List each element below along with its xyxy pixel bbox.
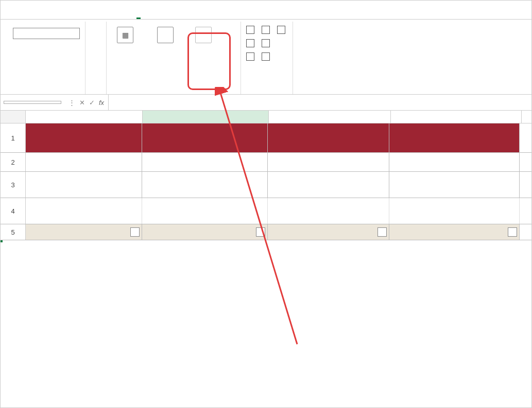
remove-duplicates-button[interactable]	[91, 37, 101, 46]
check-icon	[277, 26, 285, 34]
summary-hdr-B[interactable]	[142, 123, 268, 152]
blank-cell[interactable]	[26, 198, 142, 224]
worksheet[interactable]: 1 2 3 4 5	[1, 111, 531, 240]
convert-to-range-button[interactable]	[91, 49, 101, 59]
table-row: 3	[1, 172, 531, 198]
opt-banded-rows[interactable]	[246, 51, 256, 62]
summary-val-C[interactable]	[268, 153, 389, 171]
formula-A[interactable]	[26, 172, 142, 198]
resize-icon	[13, 43, 21, 51]
cancel-icon[interactable]: ✕	[79, 99, 85, 107]
opt-banded-cols[interactable]	[262, 51, 272, 62]
dedupe-icon	[91, 38, 99, 46]
tab-view[interactable]	[110, 12, 114, 19]
pivot-icon	[91, 25, 99, 33]
row-header[interactable]: 5	[1, 224, 26, 240]
tab-formulas[interactable]	[70, 12, 74, 19]
tab-tabledesign[interactable]	[136, 10, 141, 19]
table-row: 1	[1, 123, 531, 153]
ribbon-tabs	[1, 1, 531, 20]
tab-pagelayout[interactable]	[56, 12, 60, 19]
summarize-pivot-button[interactable]	[91, 25, 101, 34]
table-name-input[interactable]	[13, 28, 80, 39]
col-header-D[interactable]	[391, 111, 522, 123]
summary-val-A[interactable]	[26, 153, 142, 171]
formula-C[interactable]	[268, 172, 389, 198]
tab-data[interactable]	[83, 12, 87, 19]
group-tools	[85, 22, 107, 94]
check-icon	[246, 52, 254, 61]
fx-controls: ⋮ ✕ ✓ fx	[64, 95, 109, 110]
name-box[interactable]	[4, 101, 61, 104]
checkbox-empty	[262, 26, 270, 34]
opt-total-row[interactable]	[246, 38, 256, 48]
tab-home[interactable]	[29, 12, 33, 19]
group-external	[144, 22, 241, 94]
table-row: 4	[1, 198, 531, 224]
formula-D[interactable]	[389, 172, 520, 198]
filter-icon[interactable]	[377, 227, 387, 237]
opt-header-row[interactable]	[246, 25, 256, 35]
filter-icon[interactable]	[508, 227, 517, 237]
summary-hdr-A[interactable]	[26, 123, 142, 152]
table-row: 2	[1, 153, 531, 172]
refresh-icon	[195, 27, 212, 43]
tab-insert[interactable]	[43, 12, 47, 19]
opt-first-col[interactable]	[262, 25, 272, 35]
insert-slicer-button[interactable]: ▦	[109, 25, 142, 45]
tab-review[interactable]	[96, 12, 100, 19]
column-headers	[1, 111, 531, 123]
filter-icon[interactable]	[130, 227, 140, 237]
col-hdr-date[interactable]	[26, 224, 142, 240]
col-hdr-price[interactable]	[389, 224, 520, 240]
group-label-styleopts	[246, 90, 287, 93]
open-browser-button	[225, 37, 235, 46]
select-all-corner[interactable]	[1, 111, 26, 123]
tab-file[interactable]	[16, 12, 20, 19]
export-icon	[157, 27, 174, 43]
summary-val-B[interactable]	[142, 153, 268, 171]
blank-cell[interactable]	[268, 198, 389, 224]
blank-cell[interactable]	[389, 198, 520, 224]
formula-B[interactable]	[142, 172, 268, 198]
summary-hdr-C[interactable]	[268, 123, 389, 152]
group-label-tools	[91, 90, 101, 93]
row-header[interactable]: 4	[1, 198, 26, 224]
col-header-A[interactable]	[26, 111, 143, 123]
checkbox-empty	[262, 52, 270, 61]
row-header[interactable]: 2	[1, 153, 26, 171]
properties-icon	[225, 25, 233, 33]
refresh-button[interactable]	[187, 25, 220, 45]
torange-icon	[91, 50, 99, 58]
group-properties	[8, 22, 85, 94]
row-header[interactable]: 3	[1, 172, 26, 198]
tab-developer[interactable]	[123, 12, 127, 19]
blank1	[109, 83, 142, 93]
checkbox-empty	[262, 39, 270, 47]
row-header[interactable]: 1	[1, 123, 26, 152]
group-style-options	[241, 22, 293, 94]
export-button[interactable]	[149, 25, 182, 45]
col-header-C[interactable]	[269, 111, 391, 123]
blank-cell[interactable]	[142, 198, 268, 224]
browser-icon	[225, 38, 233, 46]
check-icon	[246, 26, 254, 34]
resize-table-button[interactable]	[13, 42, 80, 51]
group-slicer: ▦	[107, 22, 144, 94]
col-hdr-spec[interactable]	[268, 224, 389, 240]
table-row: 5	[1, 224, 531, 240]
confirm-icon[interactable]: ✓	[89, 99, 95, 107]
formula-bar: ⋮ ✕ ✓ fx	[1, 95, 531, 111]
filter-icon[interactable]	[256, 227, 265, 237]
col-header-B[interactable]	[143, 111, 269, 123]
summary-val-D[interactable]	[389, 153, 520, 171]
group-label-properties	[13, 90, 80, 93]
summary-hdr-D[interactable]	[389, 123, 520, 152]
opt-last-col[interactable]	[262, 38, 272, 48]
slicer-icon: ▦	[117, 27, 133, 43]
ribbon: ▦	[1, 20, 531, 95]
col-hdr-product[interactable]	[142, 224, 268, 240]
selection-outline	[1, 240, 3, 242]
fx-icon[interactable]: fx	[99, 99, 104, 107]
opt-filter-button[interactable]	[277, 25, 287, 35]
